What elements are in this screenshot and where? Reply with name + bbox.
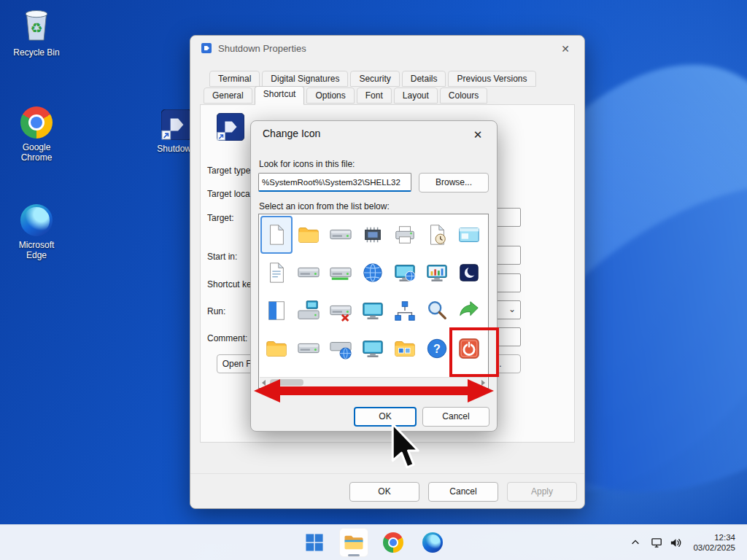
- desktop-icon-google-chrome[interactable]: Google Chrome: [6, 106, 67, 163]
- clock-time: 12:34: [693, 532, 735, 542]
- properties-titlebar[interactable]: Shutdown Properties ✕: [190, 36, 584, 61]
- desktop-icon-label: Recycle Bin: [6, 47, 67, 58]
- tab-font[interactable]: Font: [357, 88, 392, 104]
- change-icon-titlebar[interactable]: Change Icon ✕: [251, 121, 497, 146]
- desktop-icon-recycle-bin[interactable]: ♻ Recycle Bin: [6, 4, 67, 58]
- start-button[interactable]: [300, 528, 329, 557]
- hard-drive-icon[interactable]: [325, 216, 357, 254]
- chrome-icon: [20, 106, 53, 139]
- tab-layout[interactable]: Layout: [394, 88, 438, 104]
- shutdown-shortcut-icon: [161, 109, 192, 140]
- desktop-wallpaper: ♻ Recycle Bin Google Chrome Microsoft Ed…: [0, 0, 747, 560]
- tab-row-lower: GeneralShortcutOptionsFontLayoutColours: [204, 88, 489, 105]
- svg-text:♻: ♻: [30, 20, 42, 36]
- magnifier-icon[interactable]: [421, 292, 453, 330]
- tab-general[interactable]: General: [204, 88, 252, 104]
- system-tray: 12:34 03/02/2025: [626, 525, 743, 560]
- edge-button[interactable]: [418, 528, 447, 557]
- cancel-button[interactable]: Cancel: [428, 482, 498, 502]
- memory-chip-icon[interactable]: [357, 216, 389, 254]
- monitor-icon[interactable]: [357, 330, 389, 368]
- annotation-red-box: [449, 327, 499, 377]
- cancel-button[interactable]: Cancel: [422, 407, 489, 427]
- recycle-bin-icon: ♻: [20, 4, 53, 44]
- tab-digital-signatures[interactable]: Digital Signatures: [262, 71, 348, 87]
- browse-button[interactable]: Browse...: [419, 173, 489, 192]
- hard-drive-green-icon[interactable]: [325, 254, 357, 292]
- network-icon: [651, 536, 665, 550]
- file-explorer-button[interactable]: [339, 528, 368, 557]
- monitor-globe-icon[interactable]: [389, 254, 421, 292]
- chevron-up-icon: [630, 537, 640, 548]
- dialog-title: Change Icon: [263, 128, 320, 139]
- field-label: Target type:: [207, 166, 253, 176]
- tab-terminal[interactable]: Terminal: [209, 71, 260, 87]
- icon-file-path-input[interactable]: [258, 173, 411, 192]
- shortcut-preview-icon: [217, 113, 244, 141]
- tab-row-upper: TerminalDigital SignaturesSecurityDetail…: [209, 71, 538, 87]
- chrome-icon: [383, 532, 403, 553]
- drive-error-icon[interactable]: [325, 292, 357, 330]
- field-label: Start in:: [207, 252, 237, 262]
- look-for-label: Look for icons in this file:: [259, 159, 355, 169]
- chevron-down-icon: ⌄: [508, 304, 516, 314]
- taskbar: 12:34 03/02/2025: [0, 524, 747, 560]
- tab-security[interactable]: Security: [350, 71, 399, 87]
- desktop-icon-label: Google Chrome: [11, 142, 62, 163]
- change-icon-dialog: Change Icon ✕ Look for icons in this fil…: [250, 120, 498, 432]
- annotation-red-arrow: [254, 378, 494, 404]
- monitor-chart-icon[interactable]: [421, 254, 453, 292]
- tray-overflow-button[interactable]: [626, 530, 645, 555]
- svg-text:?: ?: [433, 343, 441, 355]
- folder-icon[interactable]: [293, 216, 325, 254]
- edge-icon: [422, 532, 443, 553]
- clock[interactable]: 12:34 03/02/2025: [689, 532, 743, 553]
- document-text-icon[interactable]: [260, 254, 293, 292]
- file-explorer-icon: [343, 532, 365, 553]
- moon-window-icon[interactable]: [453, 254, 485, 292]
- apply-button[interactable]: Apply: [507, 482, 577, 502]
- network-volume-button[interactable]: [646, 530, 687, 555]
- desktop-icon-microsoft-edge[interactable]: Microsoft Edge: [6, 204, 67, 260]
- windows-logo-icon: [305, 533, 324, 552]
- folder-icon[interactable]: [260, 330, 293, 368]
- close-icon[interactable]: ✕: [557, 42, 574, 56]
- field-label: Target:: [207, 213, 234, 223]
- hard-drive-icon[interactable]: [293, 330, 325, 368]
- tab-previous-versions[interactable]: Previous Versions: [448, 71, 535, 87]
- dialog-icon: [201, 42, 212, 54]
- select-icon-label: Select an icon from the list below:: [259, 201, 390, 211]
- blank-page-icon[interactable]: [260, 216, 293, 254]
- network-nodes-icon[interactable]: [389, 292, 421, 330]
- monitor-icon[interactable]: [357, 292, 389, 330]
- edge-icon: [20, 204, 53, 236]
- divider: [190, 473, 584, 474]
- drive-globe-icon[interactable]: [325, 330, 357, 368]
- clock-date: 03/02/2025: [693, 542, 735, 553]
- tab-details[interactable]: Details: [402, 71, 446, 87]
- globe-icon[interactable]: [357, 254, 389, 292]
- field-label: Comment:: [207, 333, 247, 343]
- ok-button[interactable]: OK: [349, 482, 419, 502]
- share-arrow-icon[interactable]: [453, 292, 485, 330]
- tab-options[interactable]: Options: [306, 88, 354, 104]
- drive-monitor-icon[interactable]: [293, 292, 325, 330]
- document-clock-icon[interactable]: [421, 216, 453, 254]
- desktop-icon-label: Microsoft Edge: [11, 240, 62, 260]
- volume-icon: [669, 536, 683, 550]
- tab-colours[interactable]: Colours: [440, 88, 487, 104]
- dialog-title: Shutdown Properties: [218, 43, 306, 54]
- hard-drive-icon[interactable]: [293, 254, 325, 292]
- printer-icon[interactable]: [389, 216, 421, 254]
- split-window-icon[interactable]: [260, 292, 293, 330]
- chrome-button[interactable]: [379, 528, 408, 557]
- screen: ♻ Recycle Bin Google Chrome Microsoft Ed…: [0, 0, 747, 560]
- mouse-cursor: [390, 423, 424, 474]
- help-circle-icon[interactable]: ?: [421, 330, 453, 368]
- app-window-icon[interactable]: [453, 216, 485, 254]
- tab-shortcut[interactable]: Shortcut: [255, 86, 305, 105]
- folder-blocks-icon[interactable]: [389, 330, 421, 368]
- field-label: Run:: [207, 306, 225, 316]
- close-icon[interactable]: ✕: [469, 128, 487, 142]
